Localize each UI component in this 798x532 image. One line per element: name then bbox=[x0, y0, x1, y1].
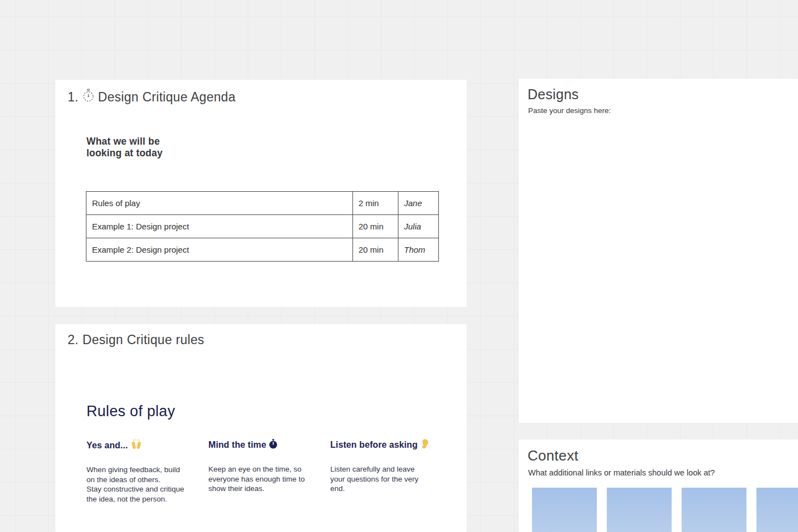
designs-subtitle: Paste your designs here: bbox=[528, 106, 611, 115]
designs-frame-title[interactable]: Designs bbox=[528, 86, 579, 103]
agenda-topic-cell[interactable]: Example 2: Design project bbox=[86, 238, 353, 262]
rule-heading: Mind the time bbox=[208, 439, 307, 451]
rule-heading: Yes and... bbox=[86, 439, 185, 452]
designs-title-text: Designs bbox=[528, 86, 579, 103]
agenda-owner-cell[interactable]: Julia bbox=[398, 215, 439, 238]
agenda-owner-cell[interactable]: Jane bbox=[398, 192, 439, 215]
agenda-duration-cell[interactable]: 20 min bbox=[353, 238, 398, 262]
frame-agenda[interactable]: 1. Design Critique Agenda What we will b… bbox=[55, 80, 467, 307]
agenda-owner-cell[interactable]: Thom bbox=[398, 238, 439, 262]
rule-body: Listen carefully and leave your question… bbox=[330, 464, 429, 494]
rules-frame-title[interactable]: 2. Design Critique rules bbox=[68, 332, 204, 347]
rule-heading-text: Yes and... bbox=[86, 441, 128, 451]
rule-body: When giving feedback, build on the ideas… bbox=[86, 465, 185, 504]
design-thumbnail[interactable] bbox=[756, 488, 798, 532]
ear-emoji bbox=[421, 439, 428, 451]
agenda-topic-cell[interactable]: Rules of play bbox=[86, 192, 353, 215]
rule-column-mind-the-time[interactable]: Mind the time Keep an eye on the time, s… bbox=[208, 439, 307, 504]
context-title-text: Context bbox=[528, 447, 579, 464]
stopwatch-icon bbox=[269, 439, 278, 451]
rules-title-text: Design Critique rules bbox=[83, 332, 204, 347]
frame-designs[interactable]: Designs Paste your designs here: bbox=[519, 79, 798, 423]
rules-columns: Yes and... bbox=[86, 439, 429, 504]
whiteboard-canvas[interactable]: 1. Design Critique Agenda What we will b… bbox=[0, 0, 798, 532]
agenda-table[interactable]: Rules of play 2 min Jane Example 1: Desi… bbox=[86, 191, 439, 262]
design-thumbnail[interactable] bbox=[532, 488, 597, 532]
rule-heading-text: Listen before asking bbox=[330, 440, 418, 450]
table-row[interactable]: Example 2: Design project 20 min Thom bbox=[86, 238, 439, 262]
raising-hands-emoji bbox=[131, 439, 142, 452]
rules-heading[interactable]: Rules of play bbox=[86, 403, 175, 420]
table-row[interactable]: Example 1: Design project 20 min Julia bbox=[86, 215, 439, 238]
agenda-title-text: Design Critique Agenda bbox=[98, 90, 236, 105]
agenda-frame-title[interactable]: 1. Design Critique Agenda bbox=[68, 89, 236, 105]
frame-context[interactable]: Context What additional links or materia… bbox=[519, 439, 798, 532]
stopwatch-icon bbox=[83, 89, 94, 105]
rule-column-yes-and[interactable]: Yes and... bbox=[86, 439, 185, 504]
agenda-title-number: 1. bbox=[68, 90, 79, 105]
context-subtitle: What additional links or materials shoul… bbox=[528, 468, 715, 477]
rule-heading: Listen before asking bbox=[330, 439, 429, 451]
context-thumbnails bbox=[532, 488, 798, 532]
agenda-duration-cell[interactable]: 20 min bbox=[353, 215, 398, 238]
frame-rules[interactable]: 2. Design Critique rules Rules of play Y… bbox=[55, 324, 467, 532]
context-frame-title[interactable]: Context bbox=[528, 447, 579, 464]
agenda-duration-cell[interactable]: 2 min bbox=[353, 192, 398, 215]
design-thumbnail[interactable] bbox=[682, 488, 746, 532]
table-row[interactable]: Rules of play 2 min Jane bbox=[86, 192, 439, 215]
rule-column-listen-before-asking[interactable]: Listen before asking Listen carefully an… bbox=[330, 439, 429, 504]
agenda-subtitle[interactable]: What we will be looking at today bbox=[86, 136, 162, 158]
agenda-topic-cell[interactable]: Example 1: Design project bbox=[86, 215, 353, 238]
rule-body: Keep an eye on the time, so everyone has… bbox=[208, 464, 307, 494]
rule-heading-text: Mind the time bbox=[208, 440, 266, 450]
rules-title-number: 2. bbox=[68, 332, 79, 347]
design-thumbnail[interactable] bbox=[607, 488, 672, 532]
